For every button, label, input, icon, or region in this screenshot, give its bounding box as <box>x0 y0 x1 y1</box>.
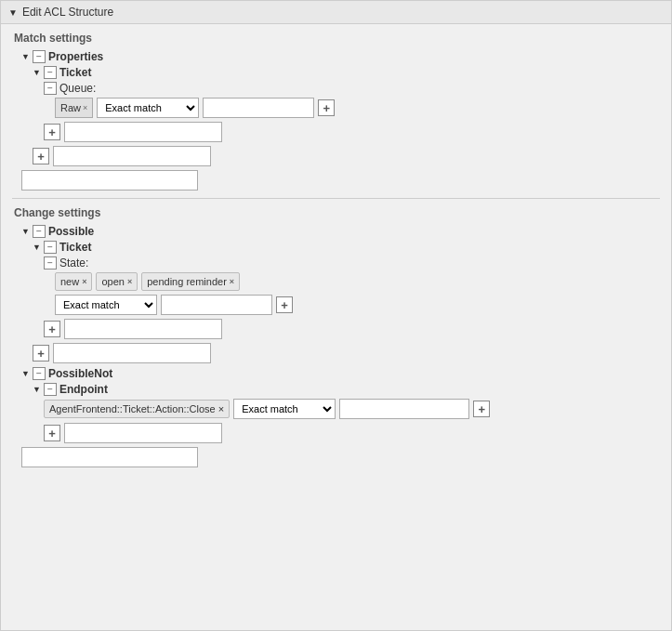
section-divider <box>12 198 660 199</box>
endpoint-collapse-btn[interactable]: − <box>44 383 57 396</box>
match-settings-title: Match settings <box>12 32 660 45</box>
possible-ticket-collapse-btn[interactable]: − <box>44 241 57 254</box>
header-title: Edit ACL Structure <box>22 6 113 19</box>
state-extra-row-2: + <box>12 343 660 363</box>
queue-value-input[interactable] <box>203 98 314 118</box>
raw-label: Raw <box>60 102 81 113</box>
match-ticket-label: Ticket <box>59 66 91 79</box>
endpoint-extra-row-1: + <box>12 423 660 443</box>
queue-match-select[interactable]: Exact match Prefix match Suffix match Co… <box>97 98 199 118</box>
possible-row: ▼ − Possible <box>12 225 660 238</box>
state-extra-input-2[interactable] <box>53 343 211 363</box>
tag-new-remove[interactable]: × <box>82 277 86 286</box>
state-extra-input-1[interactable] <box>64 319 222 339</box>
endpoint-row: ▼ − Endpoint <box>12 383 660 396</box>
queue-row: − Queue: <box>12 82 660 95</box>
tag-open-remove[interactable]: × <box>127 277 132 286</box>
tag-pending-reminder: pending reminder × <box>141 272 240 291</box>
properties-collapse-btn[interactable]: − <box>33 50 46 63</box>
possible-not-row: ▼ − PossibleNot <box>12 367 660 380</box>
state-value-input[interactable] <box>161 295 272 315</box>
queue-label: Queue: <box>59 82 96 95</box>
endpoint-extra-add-1[interactable]: + <box>44 425 60 441</box>
endpoint-chip-label: AgentFrontend::Ticket::Action::Close <box>49 403 216 414</box>
endpoint-value-input[interactable] <box>339 399 469 419</box>
header-arrow-icon[interactable]: ▼ <box>8 7 18 18</box>
endpoint-toggle[interactable]: ▼ <box>33 385 41 394</box>
state-tags-row: new × open × pending reminder × <box>12 272 660 291</box>
possible-not-label: PossibleNot <box>48 367 112 380</box>
state-extra-add-1[interactable]: + <box>44 321 60 337</box>
properties-toggle[interactable]: ▼ <box>21 52 30 61</box>
match-ticket-collapse-btn[interactable]: − <box>44 66 57 79</box>
tag-open-label: open <box>101 276 124 287</box>
state-collapse-btn[interactable]: − <box>44 256 57 269</box>
tag-new: new × <box>55 272 92 291</box>
endpoint-match-select[interactable]: Exact match Prefix match Suffix match Co… <box>233 399 336 419</box>
possible-ticket-row: ▼ − Ticket <box>12 241 660 254</box>
raw-button[interactable]: Raw × <box>55 98 93 118</box>
endpoint-chip-remove[interactable]: × <box>218 403 224 414</box>
tag-pending-remove[interactable]: × <box>230 277 234 286</box>
queue-field-row: Raw × Exact match Prefix match Suffix ma… <box>12 98 660 118</box>
queue-extra-add-1[interactable]: + <box>44 124 60 140</box>
header-bar: ▼ Edit ACL Structure <box>1 1 671 24</box>
endpoint-label: Endpoint <box>59 383 108 396</box>
match-standalone-input[interactable] <box>21 170 198 191</box>
state-label: State: <box>59 256 88 269</box>
possible-toggle[interactable]: ▼ <box>21 227 30 236</box>
match-ticket-row: ▼ − Ticket <box>12 66 660 79</box>
queue-extra-input-1[interactable] <box>64 122 222 142</box>
possible-ticket-label: Ticket <box>59 241 91 254</box>
match-standalone-row <box>12 170 660 191</box>
tag-pending-label: pending reminder <box>147 276 227 287</box>
queue-extra-row-1: + <box>12 122 660 142</box>
properties-label: Properties <box>48 50 103 63</box>
possible-label: Possible <box>48 225 94 238</box>
tag-open: open × <box>96 272 138 291</box>
raw-remove-icon[interactable]: × <box>83 103 87 112</box>
change-settings-title: Change settings <box>12 206 660 219</box>
endpoint-add-btn[interactable]: + <box>473 401 490 417</box>
state-extra-row-1: + <box>12 319 660 339</box>
endpoint-field-row: AgentFrontend::Ticket::Action::Close × E… <box>12 399 660 419</box>
possible-collapse-btn[interactable]: − <box>33 225 46 238</box>
state-match-row: Exact match Prefix match Suffix match Co… <box>12 295 660 315</box>
tag-new-label: new <box>60 276 79 287</box>
possible-not-collapse-btn[interactable]: − <box>33 367 46 380</box>
endpoint-chip: AgentFrontend::Ticket::Action::Close × <box>44 400 230 418</box>
possible-ticket-toggle[interactable]: ▼ <box>33 243 41 252</box>
queue-add-btn[interactable]: + <box>318 99 335 116</box>
state-add-btn[interactable]: + <box>276 296 293 313</box>
state-match-select[interactable]: Exact match Prefix match Suffix match Co… <box>55 295 157 315</box>
state-row: − State: <box>12 256 660 269</box>
main-container: ▼ Edit ACL Structure Match settings ▼ − … <box>0 0 672 631</box>
state-extra-add-2[interactable]: + <box>33 345 49 362</box>
possible-not-toggle[interactable]: ▼ <box>21 369 30 378</box>
properties-row: ▼ − Properties <box>12 50 660 63</box>
change-standalone-input[interactable] <box>21 447 198 467</box>
match-ticket-toggle[interactable]: ▼ <box>33 68 41 77</box>
queue-extra-input-2[interactable] <box>53 146 211 166</box>
endpoint-extra-input-1[interactable] <box>64 423 222 443</box>
queue-extra-add-2[interactable]: + <box>33 148 49 164</box>
queue-extra-row-2: + <box>12 146 660 166</box>
queue-collapse-btn[interactable]: − <box>44 82 57 95</box>
content-area: Match settings ▼ − Properties ▼ − Ticket… <box>1 24 671 482</box>
change-standalone-row <box>12 447 660 467</box>
